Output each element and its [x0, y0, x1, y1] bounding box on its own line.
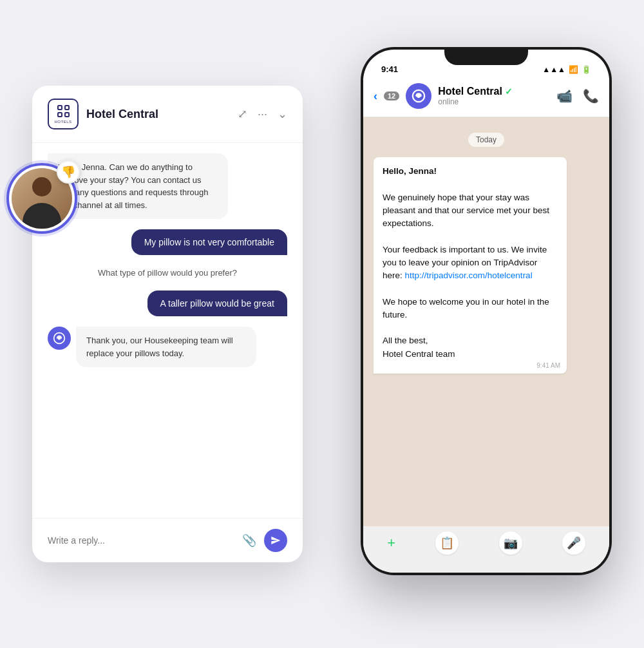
thumbs-down-badge: 👎 [57, 160, 80, 184]
avatar-container: 👎 [6, 163, 77, 234]
camera-icon[interactable]: 📷 [499, 531, 522, 555]
bot-message-1: Hello, Jenna. Can we do anything to impr… [48, 153, 287, 219]
svg-point-1 [417, 95, 420, 97]
widget-title: Hotel Central [86, 108, 230, 121]
wa-body4: All the best,Hotel Central team [383, 334, 558, 361]
wa-header: ‹ 12 Hotel Central ✓ online [363, 78, 609, 117]
chat-widget: HOTELS Hotel Central ⤢ ··· ⌄ Hello, Jenn… [32, 86, 303, 562]
contact-status: online [438, 97, 550, 106]
phone-inner: 9:41 ▲▲▲ 📶 🔋 ‹ 12 [363, 50, 609, 573]
contact-avatar [406, 83, 431, 109]
phone-notch [444, 47, 528, 65]
date-pill: Today [468, 133, 504, 147]
expand-icon[interactable]: ⤢ [238, 107, 247, 121]
more-icon[interactable]: ··· [258, 108, 267, 121]
send-button[interactable] [264, 529, 287, 552]
contact-info: Hotel Central ✓ online [438, 86, 550, 106]
sticker-icon[interactable]: 📋 [435, 531, 459, 555]
attach-icon[interactable]: 📎 [242, 533, 256, 548]
phone-call-icon[interactable]: 📞 [583, 88, 599, 104]
bot-question-1: What type of pillow would you prefer? [48, 265, 287, 280]
user-message-2: A taller pillow would be great [48, 291, 287, 316]
chevron-down-icon[interactable]: ⌄ [278, 107, 287, 121]
wa-call-icons: 📹 📞 [556, 88, 599, 104]
wa-greeting: Hello, Jenna! [383, 165, 558, 178]
bot-message-2: Thank you, our Housekeeping team will re… [48, 327, 287, 367]
mic-icon[interactable]: 🎤 [562, 531, 585, 555]
phone-frame: 9:41 ▲▲▲ 📶 🔋 ‹ 12 [361, 47, 612, 575]
svg-point-0 [58, 337, 60, 339]
wa-chat-area: Today Hello, Jenna! We genuinely hope th… [363, 117, 609, 526]
wa-body1: We genuinely hope that your stay was ple… [383, 191, 558, 231]
widget-header: HOTELS Hotel Central ⤢ ··· ⌄ [32, 86, 303, 143]
wa-bottom-bar: + 📋 📷 🎤 [363, 526, 609, 573]
add-icon[interactable]: + [387, 535, 395, 551]
signal-icon: ▲▲▲ [542, 65, 565, 74]
verified-badge: ✓ [505, 86, 513, 97]
scene: 👎 HOTELS Hotel Central ⤢ ··· ⌄ [32, 47, 612, 601]
date-divider: Today [374, 133, 599, 147]
user-bubble-2: A taller pillow would be great [147, 291, 287, 316]
bot-avatar-small [48, 327, 71, 350]
widget-input-area: 📎 [32, 518, 303, 562]
unread-badge: 12 [384, 91, 399, 100]
avatar-ring: 👎 [6, 163, 77, 234]
logo-label: HOTELS [54, 120, 71, 124]
contact-name: Hotel Central ✓ [438, 86, 550, 97]
reply-input[interactable] [48, 535, 234, 546]
status-icons: ▲▲▲ 📶 🔋 [542, 65, 591, 74]
bot-text-2: Thank you, our Housekeeping team will re… [76, 327, 256, 367]
user-bubble-1: My pillow is not very comfortable [131, 229, 287, 255]
wa-body3: We hope to welcome you in our hotel in t… [383, 296, 558, 322]
user-message-1: My pillow is not very comfortable [48, 229, 287, 255]
video-call-icon[interactable]: 📹 [556, 88, 573, 104]
wa-body2: Your feedback is important to us. We inv… [383, 243, 558, 283]
wa-message-time: 9:41 AM [536, 361, 560, 370]
back-button[interactable]: ‹ [374, 90, 377, 103]
widget-actions: ⤢ ··· ⌄ [238, 107, 287, 121]
battery-icon: 🔋 [582, 65, 591, 74]
tripadvisor-link[interactable]: http://tripadvisor.com/hotelcentral [405, 271, 533, 280]
hotel-logo: HOTELS [48, 99, 79, 129]
wa-message-bubble: Hello, Jenna! We genuinely hope that you… [374, 157, 567, 374]
status-time: 9:41 [381, 64, 398, 74]
wifi-icon: 📶 [569, 65, 578, 74]
